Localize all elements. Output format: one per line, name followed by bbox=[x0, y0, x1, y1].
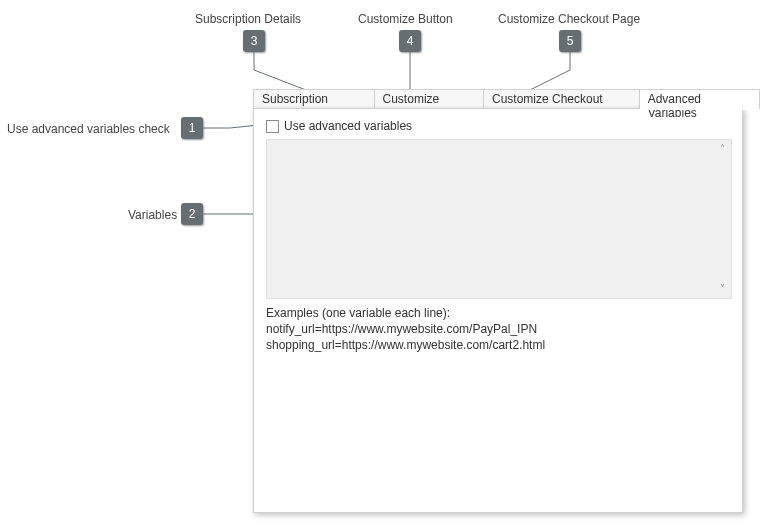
callout-label-customize-checkout: Customize Checkout Page bbox=[498, 12, 640, 26]
callout-badge-5: 5 bbox=[559, 30, 581, 52]
callout-badge-4: 4 bbox=[399, 30, 421, 52]
tab-customize-checkout-page[interactable]: Customize Checkout Page bbox=[484, 89, 640, 109]
callout-label-subscription-details: Subscription Details bbox=[195, 12, 301, 26]
callout-badge-1: 1 bbox=[181, 117, 203, 139]
callout-label-variables: Variables bbox=[128, 208, 177, 222]
svg-line-5 bbox=[530, 70, 570, 90]
examples-line-1: notify_url=https://www.mywebsite.com/Pay… bbox=[266, 321, 732, 337]
callout-label-customize-button: Customize Button bbox=[358, 12, 453, 26]
svg-line-1 bbox=[254, 70, 306, 90]
tab-customize-button[interactable]: Customize Button bbox=[375, 89, 484, 109]
callout-badge-3: 3 bbox=[243, 30, 265, 52]
callout-badge-2: 2 bbox=[181, 203, 203, 225]
tab-advanced-variables[interactable]: Advanced Variables bbox=[640, 89, 760, 109]
use-advanced-variables-label: Use advanced variables bbox=[284, 119, 412, 133]
use-advanced-variables-row: Use advanced variables bbox=[266, 119, 412, 133]
tab-subscription-details[interactable]: Subscription Details bbox=[253, 89, 375, 109]
examples-line-2: shopping_url=https://www.mywebsite.com/c… bbox=[266, 337, 732, 353]
advanced-variables-panel: Use advanced variables ˄ ˅ Examples (one… bbox=[253, 108, 743, 513]
tab-bar: Subscription Details Customize Button Cu… bbox=[253, 89, 760, 109]
variables-textarea[interactable]: ˄ ˅ bbox=[266, 139, 732, 299]
scroll-down-icon[interactable]: ˅ bbox=[715, 282, 729, 296]
scroll-up-icon[interactable]: ˄ bbox=[715, 142, 729, 156]
examples-heading: Examples (one variable each line): bbox=[266, 305, 732, 321]
use-advanced-variables-checkbox[interactable] bbox=[266, 120, 279, 133]
callout-label-use-advanced-check: Use advanced variables check bbox=[7, 122, 170, 136]
examples-text: Examples (one variable each line): notif… bbox=[266, 305, 732, 354]
